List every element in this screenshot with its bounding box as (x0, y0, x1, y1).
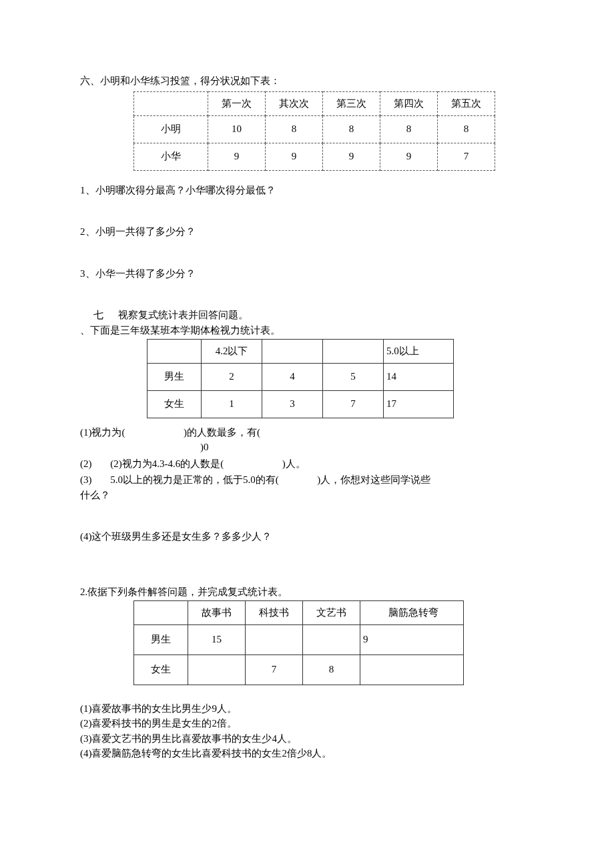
section6-q2: 2、小明一共得了多少分？ (80, 224, 534, 240)
cell: 8 (266, 115, 323, 143)
cell: 8 (303, 655, 360, 685)
cell: 8 (438, 115, 495, 143)
col-header-1: 第一次 (208, 91, 266, 115)
col-header-2 (262, 340, 323, 364)
section7-q3-line2: 什么？ (80, 488, 534, 503)
col-header-2: 科技书 (246, 601, 303, 625)
table-row: 小华 9 9 9 9 7 (134, 143, 495, 170)
q1-part-b: )的人数最多，有( (184, 427, 260, 438)
cell: 9 (266, 143, 323, 170)
cell: 7 (323, 390, 384, 418)
section7-q1: (1)视力为( )的人数最多，有( (80, 425, 534, 440)
col-header-4: 第四次 (380, 91, 438, 115)
cell: 8 (323, 115, 380, 143)
table-row: 故事书 科技书 文艺书 脑筋急转弯 (134, 601, 464, 625)
row-name: 男生 (147, 363, 202, 390)
col-header-1: 4.2以下 (202, 340, 262, 364)
section7-label: 七 (93, 310, 103, 320)
row-name: 小明 (134, 115, 208, 143)
col-header-4: 5.0以上 (384, 340, 454, 364)
table-eyesight: 4.2以下 5.0以上 男生 2 4 5 14 女生 1 3 7 17 (147, 339, 454, 418)
cell: 7 (438, 143, 495, 170)
cell: 9 (360, 624, 464, 655)
cell: 9 (380, 143, 438, 170)
cell: 15 (188, 624, 246, 655)
row-name: 女生 (147, 390, 202, 418)
cell (246, 624, 303, 655)
q2-tail: )人。 (282, 458, 306, 469)
cell: 17 (384, 390, 454, 418)
row-name: 小华 (134, 143, 208, 170)
section7b-c3: (3)喜爱文艺书的男生比喜爱故事书的女生少4人。 (80, 731, 534, 747)
section7-title-text: 视察复式统计表并回答问题。 (118, 310, 248, 320)
q2-num: (2) (80, 458, 92, 469)
table-books: 故事书 科技书 文艺书 脑筋急转弯 男生 15 9 女生 7 8 (133, 600, 464, 685)
table-row: 男生 15 9 (134, 624, 464, 655)
cell: 1 (202, 390, 262, 418)
section7b-c4: (4)喜爱脑筋急转弯的女生比喜爱科技书的女生2倍少8人。 (80, 746, 534, 761)
col-header-3: 文艺书 (303, 601, 360, 625)
row-name: 女生 (134, 655, 188, 685)
cell: 5 (323, 363, 384, 390)
cell: 2 (202, 363, 262, 390)
section7-q2: (2) (2)视力为4.3-4.6的人数是( )人。 (80, 456, 534, 472)
col-header-3: 第三次 (323, 91, 380, 115)
cell: 7 (246, 655, 303, 685)
q3-tail: )人，你想对这些同学说些 (317, 474, 430, 485)
col-header-1: 故事书 (188, 601, 246, 625)
section6-q1: 1、小明哪次得分最高？小华哪次得分最低？ (80, 183, 534, 198)
cell: 9 (208, 143, 266, 170)
q3-num: (3) (80, 474, 92, 485)
cell: 4 (262, 363, 323, 390)
section7-title: 七 视察复式统计表并回答问题。 (80, 308, 534, 323)
col-header-3 (323, 340, 384, 364)
col-header-4: 脑筋急转弯 (360, 601, 464, 625)
table-row: 小明 10 8 8 8 8 (134, 115, 495, 143)
table-row: 第一次 其次次 第三次 第四次 第五次 (134, 91, 495, 115)
section7b-title: 2.依据下列条件解答问题，并完成复式统计表。 (80, 584, 534, 600)
section7-q1-line2: )0 (200, 440, 534, 455)
cell: 9 (323, 143, 380, 170)
section7-q3: (3) 5.0以上的视力是正常的，低于5.0的有( )人，你想对这些同学说些 (80, 472, 534, 488)
col-header-5: 第五次 (438, 91, 495, 115)
table-row: 女生 7 8 (134, 655, 464, 685)
col-header-blank (134, 91, 208, 115)
section7-q4: (4)这个班级男生多还是女生多？多多少人？ (80, 529, 534, 544)
cell: 3 (262, 390, 323, 418)
cell (188, 655, 246, 685)
col-header-blank (147, 340, 202, 364)
cell (360, 655, 464, 685)
table-basketball: 第一次 其次次 第三次 第四次 第五次 小明 10 8 8 8 8 小华 9 9… (133, 91, 495, 171)
cell (303, 624, 360, 655)
q3-text: 5.0以上的视力是正常的，低于5.0的有( (110, 474, 279, 485)
row-name: 男生 (134, 624, 188, 655)
cell: 10 (208, 115, 266, 143)
q2-text: (2)视力为4.3-4.6的人数是( (110, 458, 224, 469)
table-row: 男生 2 4 5 14 (147, 363, 454, 390)
cell: 14 (384, 363, 454, 390)
section7b-c2: (2)喜爱科技书的男生是女生的2倍。 (80, 716, 534, 731)
section6-title: 六、小明和小华练习投篮，得分状况如下表： (80, 73, 534, 89)
q1-part-a: (1)视力为( (80, 427, 125, 438)
col-header-2: 其次次 (266, 91, 323, 115)
table-row: 女生 1 3 7 17 (147, 390, 454, 418)
col-header-blank (134, 601, 188, 625)
table-row: 4.2以下 5.0以上 (147, 340, 454, 364)
section7-sub1: 、下面是三年级某班本学期体检视力统计表。 (80, 323, 534, 338)
section7b-c1: (1)喜爱故事书的女生比男生少9人。 (80, 701, 534, 717)
cell: 8 (380, 115, 438, 143)
section6-q3: 3、小华一共得了多少分？ (80, 266, 534, 282)
